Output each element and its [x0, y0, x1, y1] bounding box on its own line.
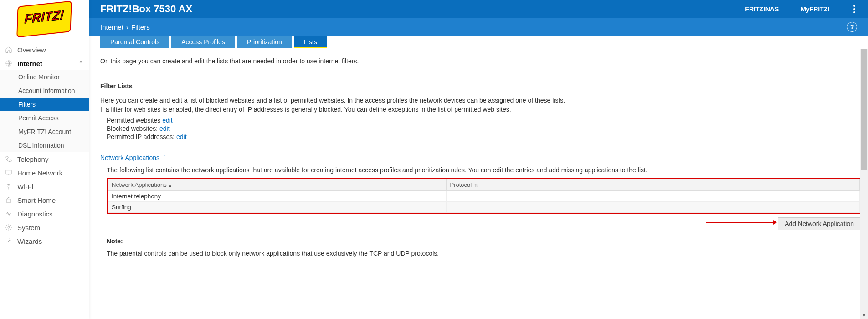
blocked-websites-label: Blocked websites:: [107, 125, 159, 132]
note-body: The parental controls can be used to blo…: [107, 249, 861, 258]
sidebar-item-internet[interactable]: Internet ˄: [0, 57, 89, 70]
wifi-icon: [5, 182, 13, 190]
main-content: On this page you can create and edit the…: [100, 49, 861, 319]
page-scrollbar[interactable]: ▲ ▼: [860, 18, 868, 319]
sidebar-item-label: Permit Access: [18, 114, 59, 122]
sidebar-item-label: Diagnostics: [17, 210, 53, 218]
wizard-icon: [5, 237, 13, 245]
logo[interactable]: FRITZ!: [10, 2, 78, 40]
permitted-websites-row: Permitted websites edit: [107, 117, 861, 124]
sidebar-sub-permit-access[interactable]: Permit Access: [0, 111, 89, 125]
chevron-up-icon: ˄: [163, 154, 166, 161]
sidebar-item-label: Wi-Fi: [17, 183, 33, 190]
tab-access-profiles[interactable]: Access Profiles: [171, 36, 235, 48]
fritznas-link[interactable]: FRITZ!NAS: [745, 5, 779, 13]
sidebar-item-diagnostics[interactable]: Diagnostics: [0, 207, 89, 221]
cell-protocol: [446, 201, 860, 212]
table-row[interactable]: Internet telephony: [108, 190, 860, 201]
network-applications-heading: Network Applications: [100, 154, 159, 161]
permitted-ip-label: Permitted IP addresses:: [107, 133, 176, 140]
sidebar-item-system[interactable]: System: [0, 221, 89, 234]
gear-icon: [5, 223, 13, 232]
sort-icon: ▴: [169, 183, 171, 188]
network-applications-toggle[interactable]: Network Applications ˄: [100, 154, 166, 161]
note-heading: Note:: [107, 237, 861, 245]
filter-lists-desc-2: If a filter for web sites is enabled, th…: [100, 105, 861, 114]
svg-rect-1: [6, 170, 11, 174]
tab-parental-controls[interactable]: Parental Controls: [100, 36, 169, 48]
sidebar-item-telephony[interactable]: Telephony: [0, 152, 89, 166]
scroll-down-icon[interactable]: ▼: [860, 311, 868, 319]
permitted-ip-edit-link[interactable]: edit: [176, 133, 187, 140]
logo-text: FRITZ!: [21, 7, 68, 26]
header-right-group: FRITZ!NAS MyFRITZ!: [745, 3, 868, 15]
tab-prioritization[interactable]: Prioritization: [237, 36, 292, 48]
sidebar-item-label: Filters: [18, 101, 36, 108]
phone-icon: [5, 155, 13, 163]
breadcrumb-separator: ›: [126, 23, 128, 31]
network-icon: [5, 169, 13, 177]
sidebar-item-label: DSL Information: [18, 142, 64, 149]
sidebar-item-label: Account Information: [18, 87, 75, 94]
sidebar-item-wizards[interactable]: Wizards: [0, 234, 89, 248]
permitted-websites-edit-link[interactable]: edit: [162, 117, 173, 124]
header-bar: FRITZ!Box 7530 AX FRITZ!NAS MyFRITZ!: [0, 0, 868, 18]
diagnostics-icon: [5, 210, 13, 218]
breadcrumb-leaf: Filters: [131, 23, 150, 31]
sidebar-item-label: Telephony: [17, 155, 48, 163]
col-network-applications[interactable]: Network Applications ▴: [108, 179, 447, 190]
breadcrumb-bar: Internet › Filters ?: [0, 18, 868, 36]
sidebar-item-smart-home[interactable]: Smart Home: [0, 193, 89, 207]
tab-bar: Parental Controls Access Profiles Priori…: [100, 36, 868, 49]
breadcrumb-root[interactable]: Internet: [100, 23, 123, 31]
sidebar-item-label: Home Network: [17, 169, 62, 177]
network-applications-table: Network Applications ▴ Protocol ⇅ Intern…: [108, 179, 860, 213]
sidebar-item-wifi[interactable]: Wi-Fi: [0, 180, 89, 193]
annotation-arrow: [706, 222, 774, 223]
sidebar-sub-myfritz-account[interactable]: MyFRITZ! Account: [0, 125, 89, 139]
blocked-websites-row: Blocked websites: edit: [107, 125, 861, 132]
add-network-application-button[interactable]: Add Network Application: [778, 217, 861, 230]
blocked-websites-edit-link[interactable]: edit: [159, 125, 170, 132]
chevron-up-icon: ˄: [79, 60, 82, 67]
home-icon: [5, 46, 13, 54]
sidebar-item-home-network[interactable]: Home Network: [0, 166, 89, 180]
sort-icon: ⇅: [474, 183, 478, 188]
device-title: FRITZ!Box 7530 AX: [100, 3, 192, 15]
smart-home-icon: [5, 196, 13, 204]
svg-point-4: [8, 226, 10, 228]
globe-icon: [5, 59, 13, 67]
sidebar-item-label: Wizards: [17, 237, 42, 245]
sidebar-item-label: Internet: [17, 60, 42, 67]
breadcrumb: Internet › Filters: [100, 23, 150, 31]
sidebar-sub-dsl-information[interactable]: DSL Information: [0, 139, 89, 152]
svg-point-2: [8, 189, 9, 189]
cell-app-name: Surfing: [108, 201, 447, 212]
sidebar-item-label: System: [17, 224, 40, 232]
myfritz-link[interactable]: MyFRITZ!: [801, 5, 830, 13]
add-app-button-row: Add Network Application: [107, 217, 861, 230]
sidebar-sub-account-information[interactable]: Account Information: [0, 84, 89, 98]
svg-rect-3: [7, 200, 10, 203]
filter-lists-heading: Filter Lists: [100, 82, 861, 90]
sidebar-sub-online-monitor[interactable]: Online Monitor: [0, 70, 89, 84]
table-row[interactable]: Surfing: [108, 201, 860, 212]
kebab-menu-icon[interactable]: [852, 3, 857, 15]
sidebar-item-label: MyFRITZ! Account: [18, 128, 71, 135]
help-icon[interactable]: ?: [847, 22, 857, 32]
page-intro: On this page you can create and edit the…: [100, 57, 861, 72]
network-applications-desc: The following list contains the network …: [107, 166, 861, 175]
col-protocol[interactable]: Protocol ⇅: [446, 179, 860, 190]
sidebar-item-label: Overview: [17, 46, 46, 54]
sidebar-item-label: Smart Home: [17, 196, 56, 204]
permitted-websites-label: Permitted websites: [107, 117, 162, 124]
cell-app-name: Internet telephony: [108, 190, 447, 201]
network-applications-table-highlight: Network Applications ▴ Protocol ⇅ Intern…: [107, 178, 861, 214]
sidebar: Overview Internet ˄ Online Monitor Accou…: [0, 0, 89, 319]
filter-lists-desc-1: Here you can create and edit a list of b…: [100, 96, 861, 105]
sidebar-item-overview[interactable]: Overview: [0, 43, 89, 57]
permitted-ip-row: Permitted IP addresses: edit: [107, 133, 861, 140]
tab-lists[interactable]: Lists: [294, 36, 327, 48]
sidebar-sub-filters[interactable]: Filters: [0, 98, 89, 111]
cell-protocol: [446, 190, 860, 201]
